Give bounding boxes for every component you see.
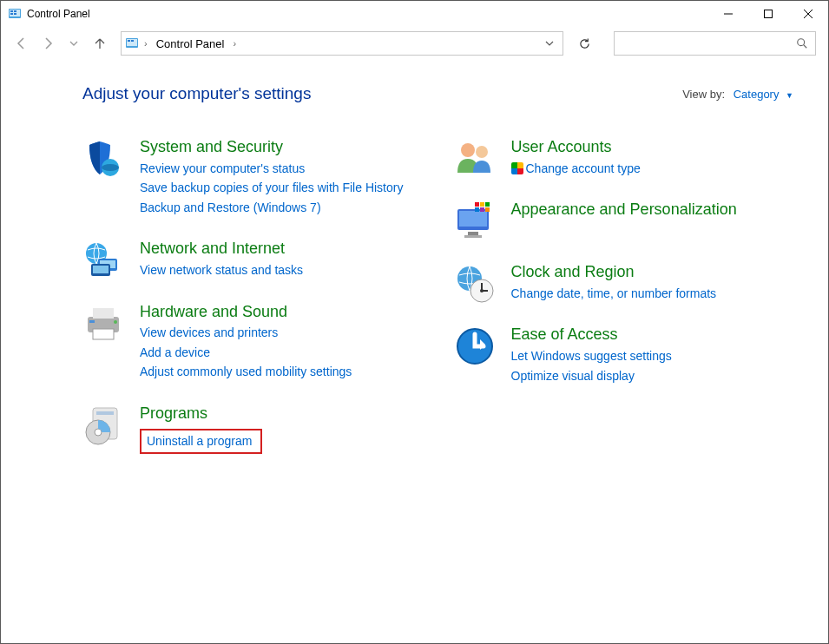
svg-line-15 (804, 45, 807, 49)
svg-point-14 (798, 39, 805, 46)
clock-globe-icon (454, 263, 496, 305)
svg-rect-41 (485, 202, 490, 207)
address-bar[interactable]: › Control Panel › (121, 31, 563, 56)
maximize-button[interactable] (748, 1, 788, 27)
close-button[interactable] (788, 1, 828, 27)
search-input[interactable] (622, 37, 796, 50)
recent-locations-button[interactable] (65, 35, 82, 52)
svg-rect-3 (14, 10, 16, 12)
category-title[interactable]: User Accounts (511, 138, 794, 157)
right-column: User Accounts Change account type Appear… (454, 138, 794, 475)
category-user-accounts: User Accounts Change account type (454, 138, 794, 180)
svg-rect-26 (89, 320, 95, 323)
category-network-internet: Network and Internet View network status… (82, 240, 423, 281)
link-review-status[interactable]: Review your computer's status (140, 161, 423, 178)
link-add-device[interactable]: Add a device (140, 345, 423, 362)
control-panel-icon (125, 36, 139, 50)
left-column: System and Security Review your computer… (82, 138, 423, 475)
link-network-status[interactable]: View network status and tasks (140, 262, 423, 279)
svg-rect-22 (93, 266, 109, 273)
svg-rect-25 (93, 329, 114, 339)
svg-rect-39 (475, 202, 479, 207)
svg-point-17 (102, 164, 119, 171)
link-date-time-formats[interactable]: Change date, time, or number formats (511, 286, 794, 303)
link-mobility-settings[interactable]: Adjust commonly used mobility settings (140, 364, 423, 381)
back-button[interactable] (13, 35, 30, 52)
category-title[interactable]: Ease of Access (511, 325, 794, 345)
link-backup-restore[interactable]: Backup and Restore (Windows 7) (140, 200, 423, 217)
category-appearance-personalization: Appearance and Personalization (454, 200, 794, 242)
category-programs: Programs Uninstall a program (82, 404, 423, 454)
printer-icon (82, 303, 124, 345)
people-icon (454, 138, 496, 180)
minimize-button[interactable] (708, 1, 748, 27)
globe-network-icon (82, 240, 124, 281)
svg-point-32 (95, 429, 102, 436)
ease-of-access-icon (454, 325, 496, 367)
address-history-dropdown[interactable] (540, 39, 559, 48)
monitor-personalization-icon (454, 200, 496, 242)
view-by-control[interactable]: View by: Category ▼ (682, 88, 793, 101)
category-title[interactable]: Clock and Region (511, 263, 794, 282)
svg-rect-13 (131, 40, 134, 42)
svg-point-34 (476, 146, 488, 158)
category-title[interactable]: Programs (140, 404, 423, 424)
search-box[interactable] (614, 31, 816, 56)
view-by-label: View by: (682, 88, 725, 101)
svg-rect-37 (468, 232, 478, 235)
content-area: Adjust your computer's settings View by:… (1, 60, 828, 492)
category-title[interactable]: Hardware and Sound (140, 303, 423, 322)
svg-rect-29 (96, 411, 114, 415)
shield-icon (82, 138, 124, 180)
svg-point-33 (461, 143, 475, 157)
svg-rect-2 (10, 10, 13, 12)
category-title[interactable]: System and Security (140, 138, 423, 157)
link-file-history[interactable]: Save backup copies of your files with Fi… (140, 180, 423, 197)
link-optimize-display[interactable]: Optimize visual display (511, 368, 794, 385)
chevron-right-icon[interactable]: › (231, 38, 238, 49)
link-uninstall-program[interactable]: Uninstall a program (147, 433, 252, 450)
titlebar: Control Panel (1, 1, 828, 27)
svg-rect-36 (459, 211, 487, 227)
svg-rect-7 (765, 10, 773, 18)
svg-rect-40 (480, 202, 484, 207)
category-title[interactable]: Appearance and Personalization (511, 200, 794, 220)
refresh-button[interactable] (576, 35, 593, 52)
up-button[interactable] (91, 35, 109, 52)
programs-disc-icon (82, 404, 124, 446)
category-system-security: System and Security Review your computer… (82, 138, 423, 219)
svg-rect-38 (464, 235, 482, 238)
breadcrumb-root[interactable]: Control Panel (153, 37, 228, 50)
svg-rect-24 (93, 308, 114, 319)
category-title[interactable]: Network and Internet (140, 240, 423, 259)
svg-rect-44 (485, 207, 490, 212)
page-heading: Adjust your computer's settings (82, 84, 682, 103)
search-icon[interactable] (796, 37, 808, 49)
window-controls (708, 1, 828, 27)
forward-button[interactable] (39, 35, 56, 52)
navigation-bar: › Control Panel › (1, 27, 828, 60)
link-devices-printers[interactable]: View devices and printers (140, 325, 423, 342)
svg-rect-5 (14, 13, 16, 15)
svg-rect-4 (10, 13, 13, 15)
category-columns: System and Security Review your computer… (82, 138, 793, 475)
content-header: Adjust your computer's settings View by:… (82, 84, 793, 103)
link-change-account-type[interactable]: Change account type (511, 161, 794, 178)
svg-point-49 (480, 289, 484, 292)
svg-point-27 (114, 320, 117, 324)
svg-rect-42 (475, 207, 479, 212)
link-suggest-settings[interactable]: Let Windows suggest settings (511, 348, 794, 365)
window-title: Control Panel (27, 8, 708, 20)
svg-rect-12 (128, 40, 130, 42)
category-clock-region: Clock and Region Change date, time, or n… (454, 263, 794, 305)
svg-rect-43 (480, 207, 484, 212)
chevron-right-icon[interactable]: › (142, 38, 149, 49)
category-ease-of-access: Ease of Access Let Windows suggest setti… (454, 325, 794, 387)
category-hardware-sound: Hardware and Sound View devices and prin… (82, 303, 423, 384)
view-by-value[interactable]: Category (734, 88, 780, 101)
chevron-down-icon[interactable]: ▼ (786, 91, 793, 100)
control-panel-icon (8, 7, 22, 21)
highlight-box: Uninstall a program (140, 429, 262, 455)
